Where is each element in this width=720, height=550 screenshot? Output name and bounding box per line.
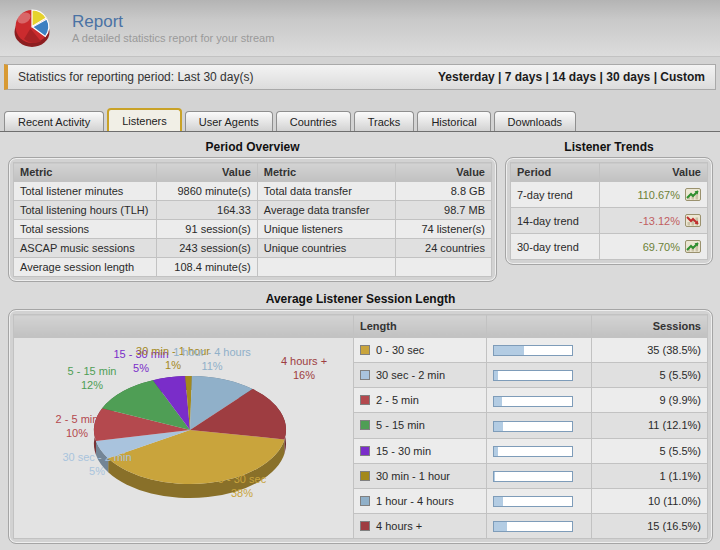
range-link-yesterday[interactable]: Yesterday xyxy=(438,70,495,84)
trend-period-cell: 7-day trend xyxy=(511,182,600,208)
legend-label: 30 sec - 2 min xyxy=(376,369,445,381)
value-cell: 98.7 MB xyxy=(396,201,492,220)
listener-trends-table: Period Value 7-day trend110.67%14-day tr… xyxy=(510,162,708,260)
legend-cell: 4 hours + xyxy=(354,513,487,538)
table-row: Total listener minutes9860 minute(s)Tota… xyxy=(14,182,492,201)
table-row: Total listening hours (TLH)164.33Average… xyxy=(14,201,492,220)
tab-listeners[interactable]: Listeners xyxy=(107,108,182,131)
metric-column-header: Metric xyxy=(257,163,396,182)
session-bar xyxy=(493,446,573,457)
tab-user-agents[interactable]: User Agents xyxy=(185,111,273,131)
legend-swatch xyxy=(360,370,370,380)
main-content: Period Overview Metric Value Metric Valu… xyxy=(0,131,720,550)
tab-bar: Recent ActivityListenersUser AgentsCount… xyxy=(0,108,720,131)
pie-label: 5 - 15 min12% xyxy=(68,364,117,392)
session-length-section: Average Listener Session Length Length S… xyxy=(8,292,713,544)
listener-trends-panel: Period Value 7-day trend110.67%14-day tr… xyxy=(505,157,713,265)
legend-swatch xyxy=(360,395,370,405)
session-bar-cell xyxy=(487,388,592,413)
sessions-value-cell: 9 (9.9%) xyxy=(592,388,708,413)
sessions-value-cell: 15 (16.5%) xyxy=(592,513,708,538)
trend-row: 7-day trend110.67% xyxy=(511,182,708,208)
session-bar-cell xyxy=(487,463,592,488)
session-bar xyxy=(493,370,573,381)
pie-label-name: 30 sec - 2 min xyxy=(62,450,131,464)
session-bar xyxy=(493,471,573,482)
session-bar xyxy=(493,521,573,532)
legend-cell: 30 sec - 2 min xyxy=(354,363,487,388)
session-length-title: Average Listener Session Length xyxy=(8,292,713,306)
range-link-7-days[interactable]: 7 days xyxy=(505,70,542,84)
range-link-14-days[interactable]: 14 days xyxy=(552,70,596,84)
metric-cell: Total data transfer xyxy=(257,182,396,201)
period-overview-panel: Metric Value Metric Value Total listener… xyxy=(8,157,497,282)
tab-countries[interactable]: Countries xyxy=(276,111,351,131)
metric-cell: Unique listeners xyxy=(257,220,396,239)
tab-downloads[interactable]: Downloads xyxy=(494,111,576,131)
metric-cell: Average data transfer xyxy=(257,201,396,220)
pie-label-percent: 38% xyxy=(218,486,266,500)
pie-chart: 0 - 30 sec38%30 sec - 2 min5%2 - 5 min10… xyxy=(20,342,354,534)
range-link-custom[interactable]: Custom xyxy=(660,70,705,84)
trend-up-icon xyxy=(685,240,701,253)
trend-value-cell: 69.70% xyxy=(599,234,707,260)
metric-cell: Unique countries xyxy=(257,239,396,258)
bar-column-header xyxy=(487,315,592,338)
date-range-links: Yesterday | 7 days | 14 days | 30 days |… xyxy=(438,70,705,84)
legend-swatch xyxy=(360,496,370,506)
session-bar-fill xyxy=(494,346,524,355)
pie-label-name: 5 - 15 min xyxy=(68,364,117,378)
value-cell: 164.33 xyxy=(157,201,257,220)
metric-cell: Average session length xyxy=(14,258,157,277)
session-bar-fill xyxy=(494,497,503,506)
legend-cell: 30 min - 1 hour xyxy=(354,463,487,488)
session-bar-fill xyxy=(494,422,503,431)
session-bar xyxy=(493,396,573,407)
legend-cell: 1 hour - 4 hours xyxy=(354,488,487,513)
trend-period-cell: 30-day trend xyxy=(511,234,600,260)
legend-swatch xyxy=(360,521,370,531)
pie-label: 0 - 30 sec38% xyxy=(218,472,266,500)
tab-recent-activity[interactable]: Recent Activity xyxy=(4,111,104,131)
legend-label: 2 - 5 min xyxy=(376,394,419,406)
value-cell: 24 countries xyxy=(396,239,492,258)
session-bar-fill xyxy=(494,371,498,380)
page-title: Report xyxy=(72,12,274,31)
listener-trends-section: Listener Trends Period Value 7-day trend… xyxy=(505,134,713,265)
tab-tracks[interactable]: Tracks xyxy=(354,111,415,131)
pie-label-percent: 12% xyxy=(68,378,117,392)
legend-label: 5 - 15 min xyxy=(376,419,425,431)
trend-value-cell: 110.67% xyxy=(599,182,707,208)
session-bar-cell xyxy=(487,413,592,438)
period-column-header: Period xyxy=(511,163,600,182)
legend-label: 4 hours + xyxy=(376,520,422,532)
session-bar-cell xyxy=(487,513,592,538)
value-cell: 74 listener(s) xyxy=(396,220,492,239)
value-cell: 108.4 minute(s) xyxy=(157,258,257,277)
pie-label: 1 hour - 4 hours11% xyxy=(173,345,251,373)
pie-label-name: 2 - 5 min xyxy=(56,412,99,426)
trend-up-icon xyxy=(685,188,701,201)
value-cell: 8.8 GB xyxy=(396,182,492,201)
metric-cell: Total listener minutes xyxy=(14,182,157,201)
tab-historical[interactable]: Historical xyxy=(417,111,490,131)
pie-column-header xyxy=(14,315,354,338)
session-bar-cell xyxy=(487,488,592,513)
pie-label-name: 0 - 30 sec xyxy=(218,472,266,486)
value-column-header: Value xyxy=(599,163,707,182)
trend-percentage: 110.67% xyxy=(637,189,680,201)
session-bar xyxy=(493,496,573,507)
value-column-header: Value xyxy=(157,163,257,182)
table-row: Average session length108.4 minute(s) xyxy=(14,258,492,277)
session-bar-cell xyxy=(487,438,592,463)
range-link-30-days[interactable]: 30 days xyxy=(606,70,650,84)
pie-label-percent: 16% xyxy=(281,368,327,382)
period-overview-section: Period Overview Metric Value Metric Valu… xyxy=(8,134,497,282)
value-cell: 91 session(s) xyxy=(157,220,257,239)
link-separator: | xyxy=(650,70,660,84)
legend-cell: 0 - 30 sec xyxy=(354,338,487,363)
legend-label: 1 hour - 4 hours xyxy=(376,495,454,507)
stats-bar: Statistics for reporting period: Last 30… xyxy=(4,64,716,90)
trend-row: 14-day trend-13.12% xyxy=(511,208,708,234)
session-bar xyxy=(493,421,573,432)
